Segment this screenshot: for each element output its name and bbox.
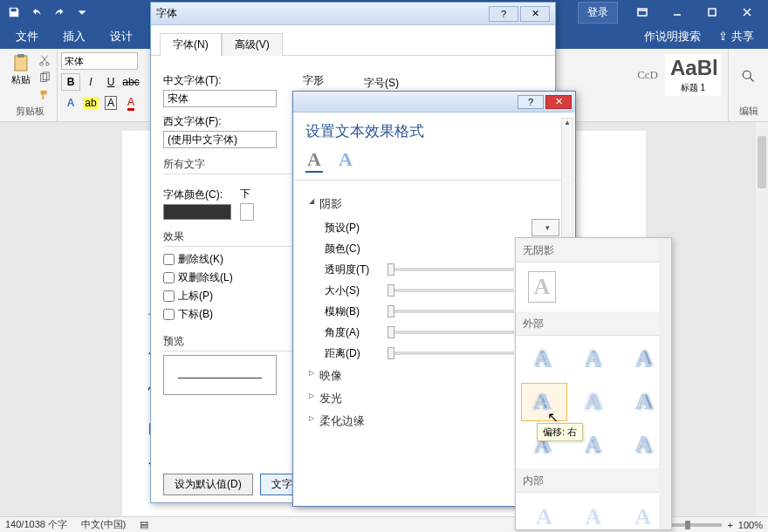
edit-group-label: 编辑 xyxy=(732,103,765,119)
slider-knob[interactable] xyxy=(387,263,394,276)
slider-knob[interactable] xyxy=(387,305,394,317)
style-heading1-preview[interactable]: AaBl 标题 1 xyxy=(665,54,721,96)
undo-button[interactable] xyxy=(26,3,47,22)
preset-outer-2[interactable]: A xyxy=(571,341,617,379)
login-button[interactable]: 登录 xyxy=(578,2,618,24)
distance-label: 距离(D) xyxy=(325,346,381,361)
font-preview-box xyxy=(163,355,277,395)
font-color-picker[interactable] xyxy=(163,204,231,220)
preset-outer-4[interactable]: A xyxy=(521,383,567,421)
color-label: 颜色(C) xyxy=(325,242,381,256)
underline-style-label: 下 xyxy=(240,187,254,201)
tef-shadow-section[interactable]: 阴影 xyxy=(309,196,559,212)
set-default-button[interactable]: 设为默认值(D) xyxy=(163,474,253,495)
font-tab[interactable]: 字体(N) xyxy=(160,33,222,56)
copy-button[interactable] xyxy=(36,70,53,85)
tef-titlebar[interactable]: ? ✕ xyxy=(293,92,575,113)
preset-inner-1[interactable]: A xyxy=(521,498,567,530)
slider-knob[interactable] xyxy=(387,326,394,338)
size-label: 大小(S) xyxy=(325,283,381,298)
no-shadow-header: 无阴影 xyxy=(516,238,671,263)
page-count-status[interactable]: 140/1038 个字 xyxy=(5,518,67,531)
italic-button[interactable]: I xyxy=(81,73,100,91)
advanced-tab[interactable]: 高级(V) xyxy=(222,33,283,56)
slider-knob[interactable] xyxy=(387,284,394,297)
distance-slider[interactable] xyxy=(387,351,514,355)
outer-shadow-header: 外部 xyxy=(516,311,671,336)
transparency-label: 透明度(T) xyxy=(325,263,381,277)
font-color-label: 字体颜色(C): xyxy=(163,188,231,202)
tef-header: 设置文本效果格式 xyxy=(293,113,575,145)
tef-mode-text-effects[interactable]: A xyxy=(339,148,353,173)
font-dialog-titlebar[interactable]: 字体 ? ✕ xyxy=(151,3,555,25)
tab-design[interactable]: 设计 xyxy=(98,24,145,50)
preset-outer-1[interactable]: A xyxy=(521,341,567,379)
text-effect-button[interactable]: A xyxy=(61,94,80,112)
angle-label: 角度(A) xyxy=(325,325,381,340)
preset-label: 预设(P) xyxy=(325,221,381,235)
style-preview-small: CcD xyxy=(637,68,658,82)
slider-knob[interactable] xyxy=(387,347,394,359)
zoom-handle[interactable] xyxy=(685,521,690,529)
angle-slider[interactable] xyxy=(387,331,514,334)
blur-slider[interactable] xyxy=(387,310,514,313)
tef-close-button[interactable]: ✕ xyxy=(545,95,572,109)
preset-inner-2[interactable]: A xyxy=(571,498,617,530)
clipboard-group-label: 剪贴板 xyxy=(7,103,53,119)
preset-no-shadow[interactable]: A xyxy=(521,268,563,306)
close-button[interactable] xyxy=(730,0,765,24)
dialog-help-button[interactable]: ? xyxy=(489,6,518,22)
we-font-label: 西文字体(F): xyxy=(163,114,277,129)
tef-mode-fill-outline[interactable]: A xyxy=(305,148,323,173)
vertical-scrollbar[interactable] xyxy=(756,122,768,516)
find-button[interactable] xyxy=(739,68,758,85)
cn-font-input[interactable] xyxy=(163,90,277,107)
transparency-slider[interactable] xyxy=(387,268,514,271)
we-font-input[interactable] xyxy=(163,131,277,148)
dialog-close-button[interactable]: ✕ xyxy=(520,6,550,22)
strikethrough-button[interactable]: abc xyxy=(121,73,141,91)
tef-help-button[interactable]: ? xyxy=(518,95,544,109)
shadow-preset-picker[interactable] xyxy=(531,219,559,236)
share-button[interactable]: ⇪共享 xyxy=(718,29,754,44)
tab-file[interactable]: 文件 xyxy=(3,24,51,50)
zoom-in-button[interactable]: + xyxy=(727,520,732,530)
minimize-button[interactable] xyxy=(660,0,695,24)
font-name-combo[interactable] xyxy=(61,52,138,70)
track-changes-icon[interactable]: ▤ xyxy=(140,519,148,530)
format-painter-button[interactable] xyxy=(36,87,53,103)
inner-shadow-header: 内部 xyxy=(516,468,671,493)
cut-button[interactable] xyxy=(36,52,53,68)
blur-label: 模糊(B) xyxy=(325,304,381,319)
language-status[interactable]: 中文(中国) xyxy=(81,518,126,531)
font-dialog-title: 字体 xyxy=(156,6,177,21)
preset-outer-5[interactable]: A xyxy=(571,383,617,421)
svg-rect-1 xyxy=(709,9,716,16)
size-slider[interactable] xyxy=(387,289,514,292)
underline-button[interactable]: U xyxy=(101,73,120,91)
scroll-up-button[interactable]: ▲ xyxy=(562,119,573,129)
cn-font-label: 中文字体(T): xyxy=(163,73,277,88)
svg-rect-2 xyxy=(15,56,27,71)
tell-me-search[interactable]: 作说明搜索 xyxy=(644,29,701,44)
shadow-preset-flyout: 无阴影 A 外部 A A A A A A A A A 内部 A A A ↖ 偏移… xyxy=(515,237,672,530)
svg-rect-0 xyxy=(638,9,647,16)
tab-insert[interactable]: 插入 xyxy=(51,24,98,50)
underline-style-select[interactable] xyxy=(240,203,254,221)
ribbon-display-options-button[interactable] xyxy=(625,0,660,24)
save-button[interactable] xyxy=(3,3,24,22)
paste-button[interactable]: 粘贴 xyxy=(7,52,34,86)
redo-button[interactable] xyxy=(49,3,70,22)
zoom-level[interactable]: 100% xyxy=(738,520,763,530)
bold-button[interactable]: B xyxy=(61,73,80,91)
maximize-button[interactable] xyxy=(695,0,730,24)
svg-rect-3 xyxy=(17,54,24,58)
preset-tooltip: 偏移: 右 xyxy=(537,423,583,441)
highlight-button[interactable]: ab xyxy=(81,94,100,112)
scrollbar-thumb[interactable] xyxy=(758,136,766,188)
qat-customize-button[interactable] xyxy=(72,3,93,22)
font-size-label: 字号(S) xyxy=(364,76,399,91)
font-color-button[interactable]: A xyxy=(121,94,141,112)
charshading-button[interactable]: A xyxy=(101,94,120,112)
flyout-scrollbar[interactable] xyxy=(659,238,671,529)
